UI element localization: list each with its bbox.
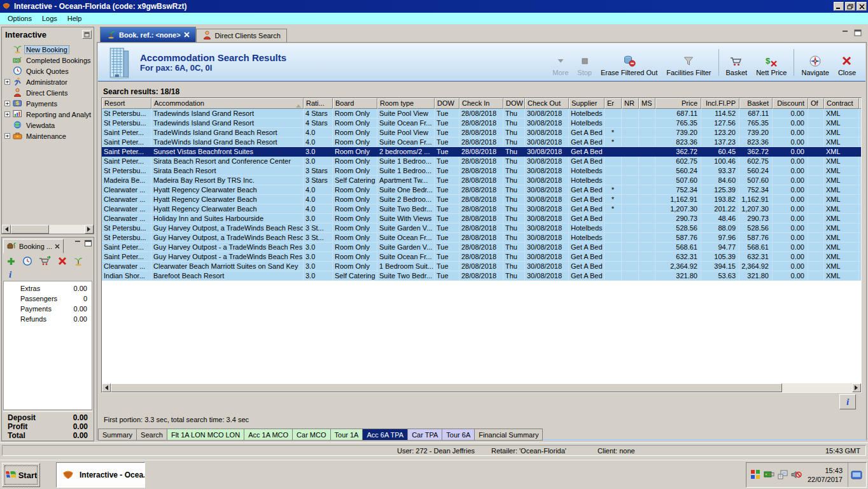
show-desktop-icon[interactable] bbox=[848, 463, 864, 487]
sidebar-hscrollbar[interactable] bbox=[2, 225, 94, 234]
column-header-dow[interactable]: DOW bbox=[503, 98, 525, 109]
column-header-rati[interactable]: Rati... bbox=[304, 98, 333, 109]
table-row[interactable]: St Petersbu...Guy Harvey Outpost, a Trad… bbox=[102, 223, 861, 233]
expand-icon[interactable]: + bbox=[4, 111, 10, 117]
table-row[interactable]: Clearwater ...Clearwater Beach Marriott … bbox=[102, 262, 861, 271]
column-header-incl-fl-pp[interactable]: Incl.Fl.PP bbox=[701, 98, 739, 109]
column-header-nr[interactable]: NR bbox=[622, 98, 639, 109]
section-tab-acc-6a-tpa[interactable]: Acc 6A TPA bbox=[363, 429, 408, 441]
section-tab-tour-1a[interactable]: Tour 1A bbox=[331, 429, 363, 441]
grid-hscrollbar[interactable] bbox=[102, 383, 861, 392]
booking-summary-row[interactable]: Passengers0 bbox=[4, 295, 92, 305]
table-row[interactable]: Clearwater ...Hyatt Regency Clearwater B… bbox=[102, 204, 861, 214]
sidebar-item-completed-bookings[interactable]: Completed Bookings bbox=[2, 55, 94, 66]
table-row[interactable]: Saint Peter...Guy Harvey Outpost - a Tra… bbox=[102, 243, 861, 252]
column-header-discount[interactable]: Discount bbox=[773, 98, 808, 109]
network-card-tray-icon[interactable] bbox=[764, 470, 774, 480]
column-header-room-type[interactable]: Room type bbox=[377, 98, 435, 109]
scrollbar-track[interactable] bbox=[49, 225, 85, 234]
section-tab-summary[interactable]: Summary bbox=[98, 429, 137, 441]
close-window-icon[interactable] bbox=[857, 2, 867, 11]
booking-summary-row[interactable]: Extras0.00 bbox=[4, 285, 92, 295]
scrollbar-thumb[interactable] bbox=[111, 383, 782, 392]
sidebar-item-reporting-and-analyt[interactable]: +Reporting and Analyt bbox=[2, 109, 94, 120]
tab-direct-clients-search[interactable]: Direct Clients Search bbox=[196, 29, 287, 42]
booking-tab[interactable]: Booking ... bbox=[3, 239, 64, 253]
sidebar-item-quick-quotes[interactable]: Quick Quotes bbox=[2, 66, 94, 76]
table-row[interactable]: Clearwater ...Hyatt Regency Clearwater B… bbox=[102, 195, 861, 204]
sidebar-item-maintenance[interactable]: +Maintenance bbox=[2, 131, 94, 141]
start-button[interactable]: Start bbox=[2, 463, 40, 487]
scrollbar-thumb[interactable] bbox=[11, 225, 49, 234]
erase-filtered-out-button[interactable]: Erase Filtered Out bbox=[596, 47, 662, 78]
minimize-icon[interactable] bbox=[834, 2, 844, 11]
column-header-resort[interactable]: Resort bbox=[102, 98, 151, 109]
column-header-supplier[interactable]: Supplier bbox=[569, 98, 605, 109]
quick-quote-icon[interactable] bbox=[22, 256, 32, 267]
sidebar-item-viewdata[interactable]: Viewdata bbox=[2, 120, 94, 131]
collapse-panel-icon[interactable] bbox=[82, 30, 92, 39]
scroll-right-icon[interactable] bbox=[85, 225, 94, 234]
menu-help[interactable]: Help bbox=[62, 14, 87, 23]
section-tab-financial-summary[interactable]: Financial Summary bbox=[475, 429, 543, 441]
section-tab-flt-1a-lon-mco-lon[interactable]: Flt 1A LON MCO LON bbox=[167, 429, 244, 441]
column-header-a[interactable]: A bbox=[859, 98, 861, 109]
column-header-of[interactable]: Of bbox=[808, 98, 824, 109]
column-header-check-in[interactable]: Check In bbox=[459, 98, 503, 109]
table-row[interactable]: Clearwater ...Hyatt Regency Clearwater B… bbox=[102, 185, 861, 195]
menu-options[interactable]: Options bbox=[3, 14, 37, 23]
network-tray-icon[interactable] bbox=[778, 470, 788, 481]
expand-icon[interactable]: + bbox=[4, 79, 10, 85]
close-tab-icon[interactable] bbox=[184, 31, 190, 39]
close-button[interactable]: Close bbox=[834, 47, 860, 78]
table-row[interactable]: St Petersbu...Tradewinds Island Grand Re… bbox=[102, 109, 861, 118]
booking-summary-row[interactable]: Payments0.00 bbox=[4, 305, 92, 315]
booking-info-button[interactable]: i bbox=[2, 269, 94, 281]
booking-summary-row[interactable]: Refunds0.00 bbox=[4, 315, 92, 325]
stop-button[interactable]: Stop bbox=[573, 47, 596, 78]
panel-maximize-icon[interactable] bbox=[84, 239, 92, 248]
section-tab-car-tpa[interactable]: Car TPA bbox=[408, 429, 442, 441]
sidebar-item-new-booking[interactable]: New Booking bbox=[2, 44, 94, 55]
panel-minimize-icon[interactable] bbox=[74, 239, 82, 248]
scroll-left-icon[interactable] bbox=[102, 383, 111, 392]
column-header-contract[interactable]: Contract bbox=[824, 98, 859, 109]
sidebar-item-direct-clients[interactable]: Direct Clients bbox=[2, 87, 94, 98]
sidebar-item-administrator[interactable]: +Administrator bbox=[2, 76, 94, 87]
column-header-er[interactable]: Er bbox=[605, 98, 622, 109]
close-booking-icon[interactable] bbox=[55, 243, 60, 250]
section-tab-search[interactable]: Search bbox=[137, 429, 167, 441]
add-icon[interactable] bbox=[6, 257, 16, 267]
basket-button[interactable]: Basket bbox=[722, 47, 752, 78]
table-row[interactable]: Saint Peter...Guy Harvey Outpost - a Tra… bbox=[102, 252, 861, 262]
table-row[interactable]: Saint Peter...Sirata Beach Resort and Co… bbox=[102, 157, 861, 166]
navigate-button[interactable]: Navigate bbox=[797, 47, 833, 78]
more-button[interactable]: More bbox=[548, 47, 573, 78]
table-row[interactable]: St Petersbu...Sirata Beach Resort3 Stars… bbox=[102, 166, 861, 176]
column-header-check-out[interactable]: Check Out bbox=[525, 98, 569, 109]
scroll-left-icon[interactable] bbox=[2, 225, 11, 234]
table-row[interactable]: Clearwater ...Holiday Inn and Suites Har… bbox=[102, 214, 861, 223]
column-header-accommodation[interactable]: Accommodation bbox=[151, 98, 304, 109]
table-row[interactable]: Saint Peter...TradeWinds Island Grand Be… bbox=[102, 128, 861, 138]
panel-minimize-icon[interactable] bbox=[840, 29, 850, 37]
panel-maximize-icon[interactable] bbox=[853, 29, 863, 37]
column-header-board[interactable]: Board bbox=[333, 98, 377, 109]
section-tab-acc-1a-mco[interactable]: Acc 1A MCO bbox=[244, 429, 293, 441]
table-row[interactable]: St Petersbu...Guy Harvey Outpost, a Trad… bbox=[102, 233, 861, 243]
section-tab-car-mco[interactable]: Car MCO bbox=[293, 429, 330, 441]
scrollbar-track[interactable] bbox=[782, 383, 852, 392]
sidebar-item-payments[interactable]: +$Payments bbox=[2, 98, 94, 109]
new-booking-palm-icon[interactable] bbox=[73, 257, 83, 267]
column-header-basket[interactable]: Basket bbox=[739, 98, 773, 109]
app-tray-icon[interactable] bbox=[750, 469, 760, 481]
expand-icon[interactable]: + bbox=[4, 101, 10, 106]
table-row[interactable]: Indian Shor...Barefoot Beach Resort3.0Se… bbox=[102, 271, 861, 281]
column-header-price[interactable]: Price bbox=[655, 98, 701, 109]
menu-logs[interactable]: Logs bbox=[37, 14, 62, 23]
volume-muted-tray-icon[interactable] bbox=[791, 470, 802, 481]
scroll-right-icon[interactable] bbox=[852, 383, 861, 392]
column-header-ms[interactable]: MS bbox=[639, 98, 655, 109]
table-row[interactable]: Madeira Be...Madeira Bay Resort By TRS I… bbox=[102, 176, 861, 185]
tab-book-ref-none[interactable]: Book. ref.: <none> bbox=[100, 27, 196, 42]
